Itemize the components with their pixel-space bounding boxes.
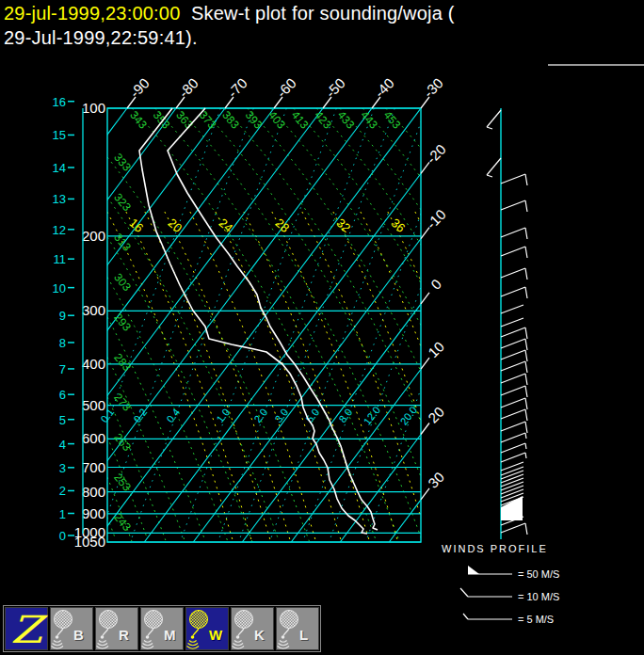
svg-text:300: 300 xyxy=(82,302,105,318)
svg-text:400: 400 xyxy=(82,356,105,372)
skewt-chart: 1002003004005006007008009001000105001234… xyxy=(0,0,644,655)
dewpoint-trace xyxy=(139,108,367,534)
svg-text:10: 10 xyxy=(53,281,66,296)
toolbar-button-letter: M xyxy=(164,627,176,643)
toolbar-button-letter: W xyxy=(209,627,222,643)
svg-text:200: 200 xyxy=(82,228,105,244)
toolbar-button-k[interactable]: K xyxy=(231,607,274,650)
svg-text:500: 500 xyxy=(82,397,105,413)
svg-text:433: 433 xyxy=(335,108,358,132)
svg-text:15: 15 xyxy=(53,128,66,142)
svg-text:-60: -60 xyxy=(273,74,298,100)
svg-text:3: 3 xyxy=(59,461,66,475)
svg-text:-80: -80 xyxy=(175,74,201,100)
toolbar-button-m[interactable]: M xyxy=(140,607,184,650)
svg-text:343: 343 xyxy=(127,108,150,132)
svg-text:9: 9 xyxy=(59,309,66,323)
svg-text:403: 403 xyxy=(266,108,288,132)
svg-text:393: 393 xyxy=(243,108,266,132)
svg-text:14: 14 xyxy=(53,161,66,175)
radiosonde-balloon-icon xyxy=(277,608,320,651)
svg-text:5: 5 xyxy=(59,413,66,427)
svg-text:323: 323 xyxy=(111,191,134,215)
svg-text:3.0: 3.0 xyxy=(272,407,290,424)
wind-legend: = 50 M/S= 10 M/S= 5 M/S xyxy=(460,566,559,625)
svg-text:1.0: 1.0 xyxy=(214,407,232,424)
isotherms xyxy=(0,108,644,542)
toolbar-button-b[interactable]: B xyxy=(50,607,93,650)
svg-text:2.0: 2.0 xyxy=(251,407,269,424)
line-families xyxy=(0,108,644,542)
radiosonde-balloon-icon xyxy=(232,608,275,651)
svg-text:12: 12 xyxy=(53,223,66,237)
svg-text:243: 243 xyxy=(111,511,134,535)
svg-text:2: 2 xyxy=(59,484,66,498)
svg-text:6: 6 xyxy=(59,388,66,402)
svg-text:-90: -90 xyxy=(126,74,152,100)
svg-text:12.0: 12.0 xyxy=(362,404,383,426)
radiosonde-balloon-icon xyxy=(51,608,94,651)
svg-text:8: 8 xyxy=(59,336,66,350)
svg-text:273: 273 xyxy=(111,391,134,414)
radiosonde-balloon-icon xyxy=(141,608,185,651)
svg-text:0.4: 0.4 xyxy=(164,407,182,424)
svg-text:8.0: 8.0 xyxy=(336,407,354,424)
height-axis: 012345678910111213141516 xyxy=(53,95,83,543)
toolbar-button-z[interactable]: Z xyxy=(5,607,48,650)
svg-text:1050: 1050 xyxy=(74,534,105,550)
svg-text:= 50 M/S: = 50 M/S xyxy=(518,568,559,580)
wind-profile xyxy=(487,108,527,539)
svg-text:20.0: 20.0 xyxy=(398,404,420,426)
svg-text:363: 363 xyxy=(173,108,196,132)
svg-text:-10: -10 xyxy=(423,206,448,232)
svg-text:373: 373 xyxy=(197,108,219,132)
svg-text:7: 7 xyxy=(59,362,66,376)
toolbar-button-letter: B xyxy=(73,627,84,643)
toolbar-button-letter: R xyxy=(119,627,129,643)
svg-text:-40: -40 xyxy=(371,74,396,100)
svg-text:-70: -70 xyxy=(224,74,250,100)
radiosonde-balloon-icon xyxy=(186,608,230,651)
svg-text:100: 100 xyxy=(82,100,105,116)
svg-text:16: 16 xyxy=(53,95,66,109)
svg-text:-50: -50 xyxy=(322,74,347,100)
svg-text:423: 423 xyxy=(312,108,334,132)
radiosonde-balloon-icon xyxy=(96,608,139,651)
svg-text:900: 900 xyxy=(82,505,105,521)
toolbar: ZBRMWKL xyxy=(3,605,321,652)
family-labels: 3433533633733833934034134234334434533333… xyxy=(98,108,419,534)
svg-text:4: 4 xyxy=(59,438,66,452)
svg-text:443: 443 xyxy=(358,108,380,132)
toolbar-button-w[interactable]: W xyxy=(185,607,229,650)
svg-text:800: 800 xyxy=(82,484,105,500)
svg-text:600: 600 xyxy=(82,430,105,446)
svg-text:383: 383 xyxy=(219,108,242,132)
svg-text:-20: -20 xyxy=(423,141,448,167)
svg-text:= 10 M/S: = 10 M/S xyxy=(518,591,559,602)
svg-text:0: 0 xyxy=(427,276,444,293)
svg-text:0: 0 xyxy=(59,529,66,543)
svg-text:11: 11 xyxy=(54,252,67,266)
winds-profile-title: WINDS PROFILE xyxy=(442,543,548,554)
svg-text:20: 20 xyxy=(425,404,447,426)
wind-flag-cluster xyxy=(501,496,523,520)
svg-text:333: 333 xyxy=(111,151,134,174)
toolbar-button-letter: K xyxy=(254,627,265,643)
svg-text:283: 283 xyxy=(111,351,134,375)
svg-text:253: 253 xyxy=(111,471,134,494)
svg-text:453: 453 xyxy=(381,108,404,132)
toolbar-button-r[interactable]: R xyxy=(95,607,138,650)
svg-text:700: 700 xyxy=(82,459,105,475)
svg-text:30: 30 xyxy=(425,469,447,491)
svg-text:1: 1 xyxy=(59,507,66,521)
svg-text:10: 10 xyxy=(425,338,447,360)
app-window: { "title": { "timestamp": "29-jul-1999,2… xyxy=(0,0,644,655)
z-logo: Z xyxy=(2,608,52,651)
svg-text:293: 293 xyxy=(111,311,134,334)
toolbar-button-l[interactable]: L xyxy=(276,607,319,650)
svg-text:13: 13 xyxy=(53,192,66,206)
svg-text:= 5 M/S: = 5 M/S xyxy=(518,614,554,625)
svg-text:-30: -30 xyxy=(420,74,445,100)
toolbar-button-letter: L xyxy=(299,627,308,643)
